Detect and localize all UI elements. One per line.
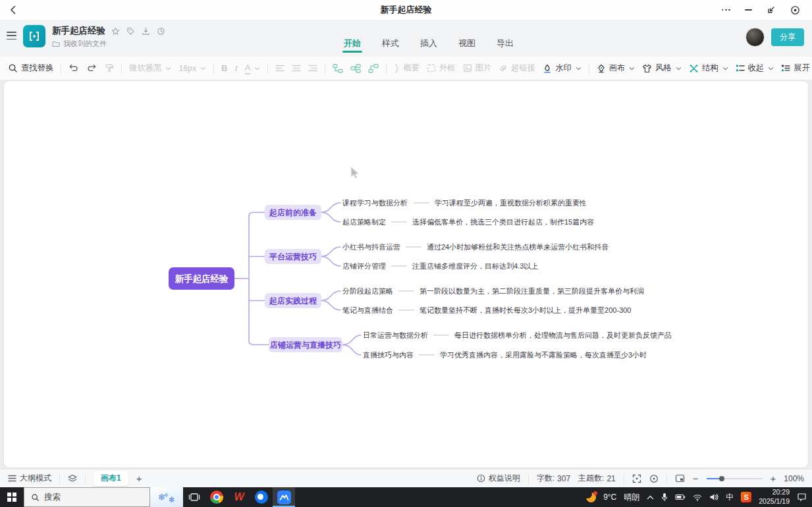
subtopic-label[interactable]: 店铺评分管理	[342, 262, 386, 270]
history-icon[interactable]	[157, 27, 165, 36]
zoom-slider-thumb[interactable]	[719, 476, 724, 481]
tab-view[interactable]: 视图	[457, 32, 477, 57]
microphone-icon[interactable]	[661, 493, 668, 502]
more-icon[interactable]	[722, 9, 730, 11]
layers-button[interactable]	[68, 474, 77, 483]
tab-insert[interactable]: 插入	[419, 32, 439, 57]
tab-start[interactable]: 开始	[342, 32, 362, 57]
taskbar-clock[interactable]: 20:29 2025/1/19	[759, 488, 790, 506]
zoom-slider[interactable]	[707, 478, 763, 479]
share-button[interactable]: 分享	[771, 28, 804, 46]
align-center-button[interactable]	[292, 65, 301, 72]
outline-summary-button[interactable]: 概要	[394, 63, 420, 74]
subtopic-detail[interactable]: 学习优秀直播内容，采用露脸与不露脸策略，每次直播至少3小时	[440, 351, 647, 359]
fit-screen-button[interactable]	[632, 474, 641, 483]
subtopic-label[interactable]: 分阶段起店策略	[342, 287, 393, 295]
subtopic-label[interactable]: 小红书与抖音运营	[342, 243, 400, 251]
subtopic-detail[interactable]: 每日进行数据榜单分析，处理物流与售后问题，及时更新负反馈产品	[454, 331, 672, 339]
minimize-icon[interactable]	[745, 9, 752, 11]
subtopic-detail[interactable]: 选择偏低客单价，挑选三个类目进行起店，制作15篇内容	[412, 218, 594, 226]
mindmap[interactable]: 新手起店经验 起店前的准备 平台运营技巧 起店实践过程 店铺运营与直播技巧 课程…	[0, 80, 812, 469]
canvas-tab[interactable]: 画布1	[94, 471, 128, 486]
subtopic-label[interactable]: 笔记与直播结合	[342, 306, 393, 314]
branch-node[interactable]: 起店实践过程	[265, 293, 321, 308]
app-logo[interactable]	[23, 25, 45, 47]
volume-icon[interactable]	[709, 493, 718, 501]
taskbar-search-input[interactable]: 搜索	[24, 487, 150, 507]
start-button[interactable]	[0, 487, 24, 507]
menu-hamburger-icon[interactable]	[7, 32, 16, 40]
font-size-select[interactable]: 16px	[178, 64, 206, 73]
chevron-down-icon	[254, 67, 260, 70]
float-window-icon[interactable]	[767, 5, 776, 14]
image-button[interactable]: 图片	[463, 63, 492, 74]
style-select[interactable]: 风格	[642, 63, 682, 74]
add-canvas-button[interactable]: +	[136, 473, 142, 483]
hyperlink-button[interactable]: 超链接	[499, 63, 535, 74]
find-replace-button[interactable]: 查找替换	[8, 63, 53, 74]
frame-button[interactable]: 外框	[427, 63, 456, 74]
minimap-button[interactable]	[675, 474, 685, 483]
action-center-icon[interactable]	[797, 493, 807, 502]
zoom-in-button[interactable]: +	[771, 473, 776, 483]
battery-icon[interactable]	[675, 494, 686, 500]
user-avatar[interactable]	[745, 28, 765, 47]
format-painter-button[interactable]	[104, 63, 114, 73]
italic-button[interactable]: I	[234, 63, 237, 74]
insert-topic-button[interactable]	[333, 64, 343, 73]
subtopic-detail[interactable]: 学习课程至少两遍，重视数据分析积累的重要性	[435, 199, 587, 207]
weather-moon-icon[interactable]	[586, 493, 596, 502]
undo-button[interactable]	[68, 63, 79, 73]
font-color-select[interactable]: A	[245, 63, 261, 74]
bold-button[interactable]: B	[221, 63, 227, 73]
tray-expand-icon[interactable]	[647, 495, 654, 500]
subtopic-detail[interactable]: 通过24小时加够粉丝和关注热点榜单来运营小红书和抖音	[427, 243, 609, 251]
subtopic-detail[interactable]: 笔记数量坚持不断，直播时长每次3小时以上，提升单量至200-300	[420, 306, 632, 314]
canvas-select[interactable]: 画布	[597, 63, 636, 74]
ime-indicator[interactable]: 中	[726, 492, 734, 503]
outline-mode-button[interactable]: 大纲模式	[8, 473, 51, 484]
wifi-icon[interactable]	[693, 494, 702, 501]
chevron-down-icon	[200, 67, 206, 70]
weather-widget[interactable]: ❄ ❄ ❄	[150, 487, 183, 507]
mindmap-app-button[interactable]	[273, 487, 295, 507]
subtopic-label[interactable]: 课程学习与数据分析	[342, 199, 408, 207]
branch-node[interactable]: 店铺运营与直播技巧	[269, 337, 342, 352]
sogou-ime-icon[interactable]: S	[741, 492, 751, 502]
insert-subtopic-button[interactable]	[350, 64, 361, 73]
expand-select[interactable]: 展开	[781, 63, 812, 74]
document-location[interactable]: 我收到的文件	[63, 39, 107, 49]
rights-info-button[interactable]: 权益说明	[477, 473, 520, 484]
font-family-select[interactable]: 微软雅黑	[129, 63, 171, 74]
download-icon[interactable]	[142, 27, 150, 36]
star-icon[interactable]	[111, 27, 120, 36]
insert-parent-topic-button[interactable]	[368, 64, 379, 73]
branch-node[interactable]: 平台运营技巧	[265, 249, 321, 264]
task-view-button[interactable]	[183, 487, 205, 507]
subtopic-label[interactable]: 直播技巧与内容	[362, 351, 414, 359]
redo-button[interactable]	[86, 63, 97, 73]
tab-style[interactable]: 样式	[381, 32, 400, 57]
tab-export[interactable]: 导出	[495, 32, 515, 57]
subtopic-detail[interactable]: 第一阶段以数量为主，第二阶段注重质量，第三阶段提升客单价与利润	[420, 287, 644, 295]
locate-root-button[interactable]	[649, 474, 659, 483]
blue-circle-app-button[interactable]	[250, 487, 273, 507]
wps-taskbar-button[interactable]: W	[228, 487, 250, 507]
align-right-button[interactable]	[308, 65, 317, 72]
subtopic-detail[interactable]: 注重店铺多维度评分，目标达到4.3以上	[412, 262, 538, 270]
subtopic-label[interactable]: 日常运营与数据分析	[363, 331, 428, 339]
weather-temp: 9°C	[603, 493, 616, 502]
zoom-out-button[interactable]: −	[693, 473, 699, 483]
branch-node[interactable]: 起店前的准备	[265, 205, 321, 220]
structure-select[interactable]: 结构	[689, 63, 728, 74]
watermark-select[interactable]: 水印	[543, 63, 582, 74]
chrome-taskbar-button[interactable]	[205, 487, 228, 507]
collapse-select[interactable]: 收起	[736, 63, 774, 74]
align-left-button[interactable]	[275, 65, 284, 72]
clock-time: 20:29	[759, 488, 790, 497]
tag-icon[interactable]	[126, 27, 135, 36]
subtopic-label[interactable]: 起店策略制定	[342, 218, 386, 226]
record-icon[interactable]	[790, 5, 800, 15]
root-node[interactable]: 新手起店经验	[169, 267, 234, 290]
editor-canvas[interactable]: 新手起店经验 起店前的准备 平台运营技巧 起店实践过程 店铺运营与直播技巧 课程…	[0, 80, 812, 469]
